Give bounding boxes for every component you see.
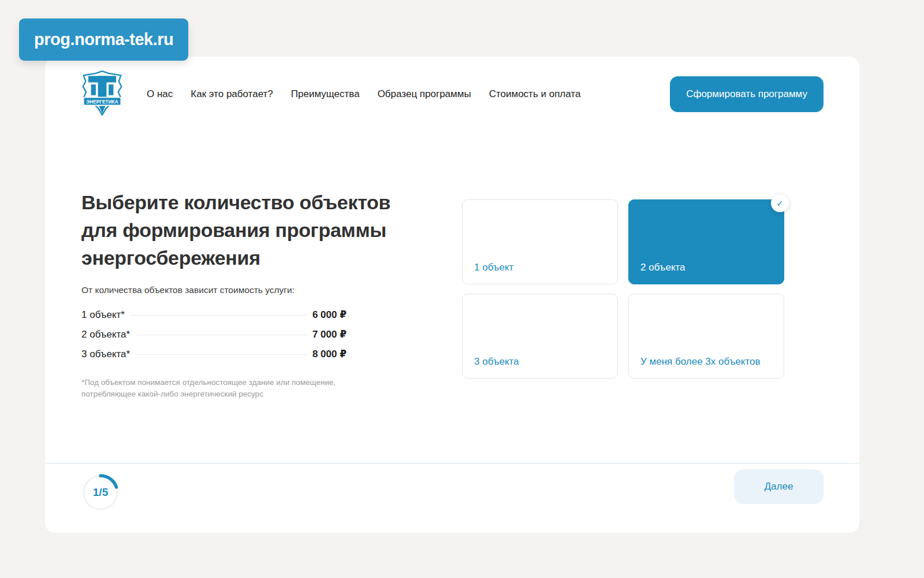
option-card-2-objects[interactable]: ✓ 2 объекта — [628, 199, 784, 284]
site-url-badge: prog.norma-tek.ru — [19, 18, 188, 61]
price-leader-line — [136, 335, 307, 335]
nav-advantages[interactable]: Преимущества — [291, 88, 360, 100]
option-card-1-object[interactable]: 1 объект — [462, 199, 618, 284]
option-label: У меня более 3х объектов — [640, 356, 760, 368]
step-description: Выберите количество объектов для формиро… — [81, 188, 413, 400]
price-row-label: 3 объекта* — [81, 349, 130, 360]
price-row: 3 объекта* 8 000 ₽ — [81, 348, 346, 368]
price-row: 2 объекта* 7 000 ₽ — [81, 328, 346, 348]
price-row-value: 7 000 ₽ — [312, 328, 346, 340]
wizard-footer: 1/5 Далее — [45, 463, 859, 533]
shield-logo-icon: ЭНЕРГЕТИКА — [81, 71, 124, 116]
nav-how-it-works[interactable]: Как это работает? — [191, 88, 273, 100]
nav-pricing[interactable]: Стоимость и оплата — [489, 88, 581, 100]
price-row: 1 объект* 6 000 ₽ — [81, 309, 346, 328]
step-progress-label: 1/5 — [82, 474, 119, 511]
price-row-value: 8 000 ₽ — [312, 348, 346, 360]
nav-program-sample[interactable]: Образец программы — [378, 88, 471, 100]
option-label: 2 объекта — [640, 262, 685, 273]
price-list-intro: От количества объектов зависит стоимость… — [81, 285, 413, 295]
next-step-button[interactable]: Далее — [734, 469, 824, 504]
company-logo[interactable]: ЭНЕРГЕТИКА — [81, 71, 124, 118]
nav-about[interactable]: О нас — [147, 88, 173, 100]
generate-program-button[interactable]: Сформировать программу — [670, 76, 824, 112]
price-leader-line — [136, 354, 307, 355]
svg-text:ЭНЕРГЕТИКА: ЭНЕРГЕТИКА — [86, 99, 118, 105]
price-leader-line — [131, 315, 307, 316]
price-row-label: 2 объекта* — [81, 329, 130, 340]
option-card-more-than-3-objects[interactable]: У меня более 3х объектов — [628, 294, 784, 379]
price-row-label: 1 объект* — [81, 309, 125, 321]
check-icon: ✓ — [771, 194, 789, 212]
page-card: ЭНЕРГЕТИКА О нас Как это работает? Преим… — [45, 57, 859, 533]
price-list: 1 объект* 6 000 ₽ 2 объекта* 7 000 ₽ 3 о… — [81, 309, 346, 368]
option-label: 3 объекта — [474, 356, 519, 368]
step-progress-indicator: 1/5 — [82, 474, 119, 511]
object-count-options: 1 объект ✓ 2 объекта 3 объекта У меня бо… — [462, 199, 784, 379]
price-row-value: 6 000 ₽ — [312, 309, 346, 321]
site-header: ЭНЕРГЕТИКА О нас Как это работает? Преим… — [45, 57, 859, 118]
object-definition-footnote: *Под объектом понимается отдельностоящее… — [81, 377, 350, 400]
option-label: 1 объект — [474, 262, 513, 273]
main-nav: О нас Как это работает? Преимущества Обр… — [147, 88, 580, 100]
option-card-3-objects[interactable]: 3 объекта — [462, 294, 618, 379]
page-title: Выберите количество объектов для формиро… — [81, 188, 413, 272]
